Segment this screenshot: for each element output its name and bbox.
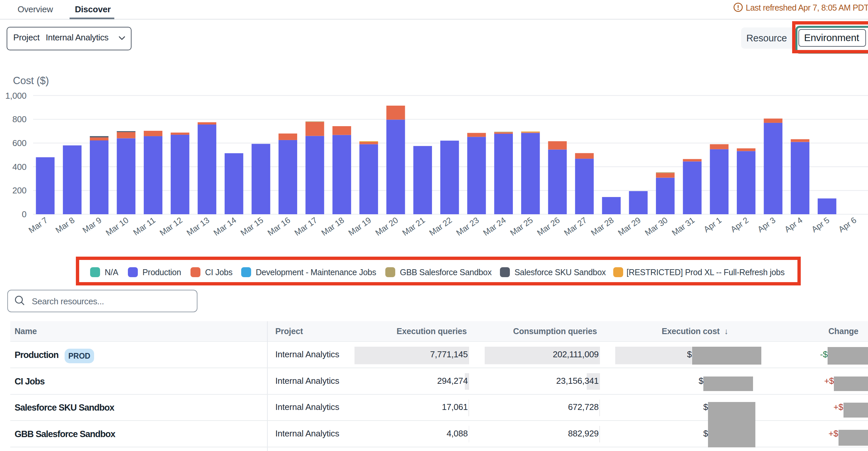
svg-text:Apr 6: Apr 6: [837, 215, 858, 234]
svg-text:1,000: 1,000: [5, 91, 27, 101]
svg-text:Apr 1: Apr 1: [702, 215, 723, 234]
svg-text:Mar 7: Mar 7: [27, 215, 49, 235]
svg-text:400: 400: [12, 162, 27, 172]
svg-text:Mar 20: Mar 20: [373, 215, 400, 237]
svg-text:Mar 18: Mar 18: [320, 215, 346, 237]
svg-text:Mar 24: Mar 24: [482, 215, 507, 237]
svg-text:Mar 12: Mar 12: [158, 215, 184, 237]
svg-text:Apr 4: Apr 4: [783, 215, 804, 234]
svg-text:Mar 28: Mar 28: [589, 215, 615, 237]
svg-text:Mar 10: Mar 10: [104, 215, 130, 237]
svg-text:Mar 22: Mar 22: [427, 215, 454, 237]
svg-text:Mar 9: Mar 9: [81, 215, 103, 235]
svg-text:Mar 16: Mar 16: [266, 215, 292, 237]
svg-text:Mar 11: Mar 11: [131, 215, 157, 237]
svg-text:Mar 15: Mar 15: [239, 215, 265, 237]
svg-text:Mar 14: Mar 14: [212, 215, 238, 237]
svg-text:Mar 17: Mar 17: [292, 215, 319, 237]
svg-text:800: 800: [12, 114, 27, 124]
svg-text:Mar 23: Mar 23: [455, 215, 481, 237]
svg-text:Apr 3: Apr 3: [756, 215, 777, 234]
svg-text:Mar 21: Mar 21: [401, 215, 427, 237]
svg-text:Mar 27: Mar 27: [562, 215, 588, 237]
svg-text:Mar 30: Mar 30: [643, 215, 669, 237]
svg-text:Mar 29: Mar 29: [616, 215, 642, 237]
svg-text:0: 0: [22, 209, 27, 219]
svg-text:Mar 31: Mar 31: [670, 215, 696, 237]
svg-text:Mar 13: Mar 13: [185, 215, 211, 237]
svg-text:Mar 25: Mar 25: [508, 215, 534, 237]
svg-text:Apr 5: Apr 5: [810, 215, 831, 234]
svg-text:600: 600: [12, 138, 27, 148]
svg-text:Mar 19: Mar 19: [346, 215, 373, 237]
svg-text:Apr 2: Apr 2: [729, 215, 750, 234]
svg-text:Mar 8: Mar 8: [54, 215, 76, 235]
svg-text:200: 200: [12, 186, 27, 195]
svg-text:Mar 26: Mar 26: [535, 215, 562, 237]
